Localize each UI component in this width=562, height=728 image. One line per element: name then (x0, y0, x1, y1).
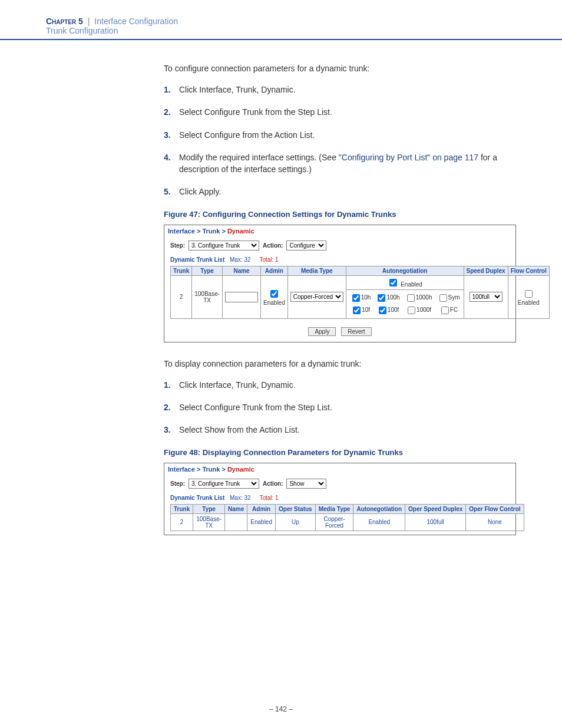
figure47-caption: Figure 47: Configuring Connection Settin… (164, 210, 516, 219)
list-name: Dynamic Trunk List (170, 495, 224, 501)
cell-speed: 100full (464, 275, 508, 318)
steps-display: Click Interface, Trunk, Dynamic. Select … (164, 379, 516, 436)
step-item: Select Configure Trunk from the Step Lis… (164, 401, 516, 413)
cap-10h[interactable] (352, 294, 360, 302)
toolbar: Step: 3. Configure Trunk Action: Show (164, 475, 515, 495)
admin-checkbox[interactable] (270, 290, 278, 298)
cap-1000h[interactable] (407, 294, 415, 302)
name-input[interactable] (225, 292, 258, 302)
cell-type: 100Base-TX (192, 275, 223, 318)
list-total: Total: 1 (259, 495, 278, 501)
bc-dynamic: Dynamic (227, 228, 254, 235)
intro-display: To display connection parameters for a d… (164, 359, 516, 368)
action-label: Action: (263, 480, 283, 487)
screenshot-configure: Interface > Trunk > Dynamic Step: 3. Con… (164, 225, 516, 342)
th-autoneg: Autonegotiation (353, 504, 405, 513)
flow-label: Enabled (518, 299, 540, 306)
cell-admin: Enabled (247, 513, 276, 531)
step-item: Select Configure Trunk from the Step Lis… (164, 106, 516, 118)
th-oper-flow: Oper Flow Control (466, 504, 524, 513)
cell-media: Copper-Forced (315, 513, 353, 531)
th-admin: Admin (261, 266, 288, 275)
steps-configure: Click Interface, Trunk, Dynamic. Select … (164, 84, 516, 198)
action-select[interactable]: Show (286, 479, 326, 489)
cap-100f[interactable] (379, 307, 386, 314)
list-max: Max: 32 (230, 495, 251, 501)
step4-lead: Modify the required interface settings. … (179, 153, 339, 162)
page-number: – 142 – (0, 552, 562, 725)
action-select[interactable]: Configure (286, 241, 326, 251)
th-autoneg: Autonegotiation (346, 266, 464, 275)
button-row: Apply Revert (164, 324, 515, 342)
speed-select[interactable]: 100full (470, 292, 503, 302)
cap-100h[interactable] (378, 294, 385, 302)
th-type: Type (192, 266, 223, 275)
step-item: Modify the required interface settings. … (164, 151, 516, 176)
bc-dynamic: Dynamic (227, 466, 254, 473)
config-table: Trunk Type Name Admin Media Type Autoneg… (170, 266, 550, 319)
th-name: Name (223, 266, 261, 275)
apply-button[interactable]: Apply (308, 327, 336, 336)
bc-interface[interactable]: Interface (168, 228, 195, 235)
cell-type: 100Base-TX (193, 513, 225, 531)
th-media: Media Type (287, 266, 346, 275)
action-label: Action: (263, 242, 283, 249)
cell-name (225, 513, 247, 531)
step-select[interactable]: 3. Configure Trunk (189, 241, 259, 251)
th-type: Type (193, 504, 225, 513)
cell-trunk: 2 (171, 513, 193, 531)
show-table: Trunk Type Name Admin Oper Status Media … (170, 504, 524, 531)
cell-oper-flow: None (466, 513, 524, 531)
chapter-title: Interface Configuration (94, 17, 178, 26)
step-select[interactable]: 3. Configure Trunk (189, 479, 259, 489)
bc-interface[interactable]: Interface (168, 466, 195, 473)
step-item: Click Apply. (164, 186, 516, 197)
xref-port-list[interactable]: "Configuring by Port List" on page 117 (339, 153, 478, 162)
list-name: Dynamic Trunk List (170, 256, 224, 263)
list-max: Max: 32 (230, 256, 251, 263)
autoneg-enable-checkbox[interactable] (389, 279, 397, 286)
bc-trunk[interactable]: Trunk (202, 228, 220, 235)
th-name: Name (225, 504, 247, 513)
th-oper-speed: Oper Speed Duplex (405, 504, 466, 513)
cap-fc[interactable] (441, 307, 449, 314)
cell-autoneg: Enabled (353, 513, 405, 531)
chapter-label: Chapter 5 (46, 17, 83, 26)
step-item: Select Configure from the Action List. (164, 129, 516, 141)
table-row: 2 100Base-TX Enabled Up Copper-Forced En… (171, 513, 524, 531)
bc-trunk[interactable]: Trunk (202, 466, 220, 473)
page-header: Chapter 5 | Interface Configuration Trun… (0, 0, 562, 40)
th-media: Media Type (315, 504, 353, 513)
th-trunk: Trunk (171, 266, 192, 275)
th-flow: Flow Control (508, 266, 549, 275)
cell-autoneg: Enabled 10h 100h 1000h Sym 10f 100f 1000… (346, 275, 464, 318)
step-item: Click Interface, Trunk, Dynamic. (164, 84, 516, 95)
cap-sym[interactable] (439, 294, 447, 302)
figure48-caption: Figure 48: Displaying Connection Paramet… (164, 448, 516, 457)
cell-admin: Enabled (261, 275, 288, 318)
cell-media: Copper-Forced (287, 275, 346, 318)
separator: | (85, 17, 92, 26)
media-select[interactable]: Copper-Forced (290, 292, 343, 302)
content-body: To configure connection parameters for a… (164, 64, 516, 535)
breadcrumb: Interface > Trunk > Dynamic (164, 463, 515, 475)
revert-button[interactable]: Revert (341, 327, 371, 336)
table-row: 2 100Base-TX Enabled Copper-Forced (171, 275, 550, 318)
cell-oper-speed: 100full (405, 513, 466, 531)
th-speed: Speed Duplex (464, 266, 508, 275)
step-item: Select Show from the Action List. (164, 424, 516, 436)
cap-10f[interactable] (353, 307, 361, 314)
th-trunk: Trunk (171, 504, 193, 513)
step-label: Step: (170, 480, 185, 487)
list-title: Dynamic Trunk List Max: 32 Total: 1 (164, 495, 515, 504)
th-admin: Admin (247, 504, 276, 513)
screenshot-show: Interface > Trunk > Dynamic Step: 3. Con… (164, 463, 516, 535)
cell-oper-status: Up (276, 513, 316, 531)
cap-1000f[interactable] (408, 307, 415, 314)
flow-checkbox[interactable] (525, 290, 533, 298)
th-oper-status: Oper Status (276, 504, 316, 513)
breadcrumb: Interface > Trunk > Dynamic (164, 225, 515, 237)
step-item: Click Interface, Trunk, Dynamic. (164, 379, 516, 391)
cell-name (223, 275, 261, 318)
autoneg-enable-label: Enabled (401, 281, 422, 288)
